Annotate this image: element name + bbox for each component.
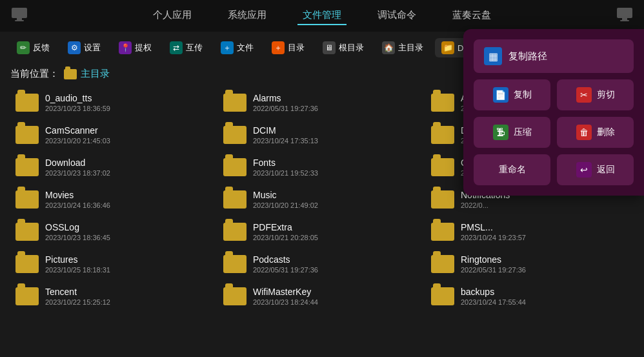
compress-icon: 🗜 (493, 125, 508, 140)
file-name: WifiMasterKey (253, 287, 318, 297)
feedback-button[interactable]: ✏ 反馈 (10, 38, 56, 57)
file-name: PDFExtra (253, 222, 318, 232)
file-date: 2023/10/23 18:36:59 (45, 105, 110, 112)
copy-path-button[interactable]: ▦ 复制路径 (474, 39, 634, 73)
list-item[interactable]: Fonts 2023/10/21 19:52:33 (218, 151, 426, 183)
list-item[interactable]: Tencent 2023/10/22 15:25:12 (10, 280, 218, 312)
file-info: Alarms 2022/05/31 19:27:36 (253, 93, 318, 112)
file-date: 2023/10/25 18:18:31 (45, 266, 110, 274)
folder-icon (431, 190, 454, 209)
file-name: Ringtones (461, 254, 526, 265)
file-date: 2023/10/21 19:52:33 (253, 169, 318, 177)
file-info: Podcasts 2022/05/31 19:27:36 (253, 254, 318, 274)
back-icon: ↩ (576, 162, 592, 178)
folder-icon (223, 158, 247, 176)
monitor-icon-right (616, 6, 634, 26)
file-date: 2023/10/24 19:23:57 (461, 234, 526, 241)
feedback-label: 反馈 (33, 42, 50, 54)
list-item[interactable]: PMSL... 2023/10/24 19:23:57 (426, 216, 634, 248)
file-name: Podcasts (253, 254, 318, 265)
file-date: 2023/10/21 20:28:05 (253, 234, 318, 241)
list-item[interactable]: Podcasts 2022/05/31 19:27:36 (218, 248, 426, 280)
file-name: Pictures (45, 254, 110, 265)
svg-rect-3 (617, 8, 632, 18)
file-date: 2023/10/22 15:25:12 (45, 298, 110, 306)
permissions-icon: 📍 (119, 41, 132, 54)
new-file-label: 文件 (237, 42, 254, 54)
folder-icon (431, 94, 454, 112)
compress-button[interactable]: 🗜 压缩 (474, 117, 550, 148)
settings-button[interactable]: ⚙ 设置 (61, 38, 107, 57)
root-dir-button[interactable]: 🖥 根目录 (316, 38, 370, 57)
breadcrumb-folder-icon (64, 69, 77, 79)
list-item[interactable]: WifiMasterKey 2023/10/23 18:24:44 (218, 280, 426, 312)
file-date: 2023/10/23 18:24:44 (253, 298, 318, 306)
file-info: Ringtones 2022/05/31 19:27:36 (461, 254, 526, 274)
file-info: WifiMasterKey 2023/10/23 18:24:44 (253, 287, 318, 306)
folder-icon (15, 287, 39, 305)
file-info: DCIM 2023/10/24 17:35:13 (253, 125, 318, 145)
nav-debug[interactable]: 调试命令 (372, 6, 421, 25)
file-date: 2023/10/20 21:45:03 (45, 137, 110, 145)
context-menu: ▦ 复制路径 📄 复制 ✂ 剪切 🗜 压缩 🗑 (463, 29, 644, 196)
list-item[interactable]: PDFExtra 2023/10/21 20:28:05 (218, 216, 426, 248)
copy-button[interactable]: 📄 复制 (474, 79, 550, 110)
list-item[interactable]: OSSLog 2023/10/23 18:36:45 (10, 216, 218, 248)
list-item[interactable]: backups 2023/10/24 17:55:44 (426, 280, 634, 312)
file-info: Fonts 2023/10/21 19:52:33 (253, 158, 318, 177)
monitor-icon-left (10, 6, 28, 26)
new-dir-button[interactable]: ＋ 目录 (265, 38, 311, 57)
folder-icon (15, 126, 39, 144)
file-name: OSSLog (45, 222, 110, 232)
download-dir-icon: 📁 (441, 41, 454, 54)
new-dir-label: 目录 (288, 42, 305, 54)
svg-rect-2 (15, 20, 24, 21)
list-item[interactable]: Ringtones 2022/05/31 19:27:36 (426, 248, 634, 280)
file-date: 2023/10/24 17:55:44 (461, 298, 526, 306)
folder-icon (223, 190, 247, 209)
svg-rect-5 (620, 20, 629, 21)
file-date: 2023/10/23 18:36:45 (45, 234, 110, 241)
nav-file-manager[interactable]: 文件管理 (297, 6, 347, 25)
list-item[interactable]: DCIM 2023/10/24 17:35:13 (218, 119, 426, 151)
folder-icon (15, 223, 39, 241)
folder-icon (223, 94, 247, 112)
list-item[interactable]: Music 2023/10/20 21:49:02 (218, 183, 426, 216)
file-date: 2022/05/31 19:27:36 (253, 105, 318, 112)
transfer-button[interactable]: ⇄ 互传 (163, 38, 209, 57)
folder-icon (431, 287, 454, 305)
permissions-button[interactable]: 📍 提权 (112, 38, 158, 57)
rename-button[interactable]: 重命名 (474, 154, 550, 185)
folder-icon (15, 94, 39, 112)
list-item[interactable]: Pictures 2023/10/25 18:18:31 (10, 248, 218, 280)
folder-icon (431, 223, 454, 241)
cut-button[interactable]: ✂ 剪切 (557, 79, 634, 110)
file-date: 2022/0... (461, 201, 510, 209)
folder-icon (431, 126, 454, 144)
list-item[interactable]: CamScanner 2023/10/20 21:45:03 (10, 119, 218, 151)
nav-system-apps[interactable]: 系统应用 (223, 6, 272, 25)
file-date: 2023/10/24 16:36:46 (45, 201, 110, 209)
delete-button[interactable]: 🗑 删除 (557, 117, 634, 148)
list-item[interactable]: Download 2023/10/23 18:37:02 (10, 151, 218, 183)
copy-label: 复制 (514, 89, 532, 101)
svg-rect-0 (12, 8, 27, 18)
new-file-button[interactable]: ＋ 文件 (214, 38, 260, 57)
file-name: Download (45, 158, 110, 168)
file-info: OSSLog 2023/10/23 18:36:45 (45, 222, 110, 241)
back-label: 返回 (597, 164, 615, 176)
nav-cloud[interactable]: 蓝奏云盘 (447, 6, 496, 25)
copy-path-label: 复制路径 (508, 50, 547, 63)
list-item[interactable]: Movies 2023/10/24 16:36:46 (10, 183, 218, 216)
file-date: 2023/10/24 17:35:13 (253, 137, 318, 145)
home-dir-button[interactable]: 🏠 主目录 (376, 38, 430, 57)
back-button[interactable]: ↩ 返回 (557, 154, 634, 185)
list-item[interactable]: Alarms 2022/05/31 19:27:36 (218, 87, 426, 119)
file-info: Music 2023/10/20 21:49:02 (253, 190, 318, 209)
list-item[interactable]: 0_audio_tts 2023/10/23 18:36:59 (10, 87, 218, 119)
folder-icon (431, 255, 454, 273)
svg-rect-4 (622, 18, 627, 20)
nav-personal-apps[interactable]: 个人应用 (148, 6, 197, 25)
file-name: Movies (45, 190, 110, 200)
file-name: Alarms (253, 93, 318, 103)
